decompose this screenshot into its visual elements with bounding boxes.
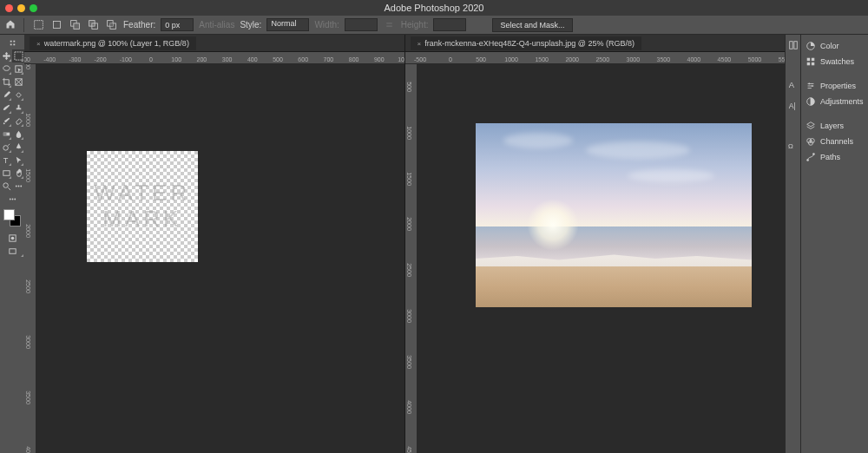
close-tab-icon[interactable]: × — [36, 40, 41, 48]
svg-rect-14 — [3, 133, 6, 136]
gradient-tool[interactable] — [0, 128, 12, 141]
svg-rect-34 — [807, 58, 810, 61]
home-icon[interactable] — [5, 19, 16, 31]
edit-toolbar[interactable] — [0, 193, 24, 206]
marquee-tool[interactable] — [12, 49, 24, 62]
add-selection-icon[interactable] — [69, 18, 82, 31]
document-area: ×watermark.png @ 100% (Layer 1, RGB/8) -… — [24, 35, 785, 453]
tools-panel: T — [0, 35, 24, 453]
svg-point-21 — [20, 186, 22, 187]
foreground-color[interactable] — [3, 209, 15, 220]
panel-properties[interactable]: Properties — [801, 78, 868, 94]
watermark-text: WATERMARK — [94, 181, 190, 232]
character-icon[interactable]: A — [788, 80, 799, 92]
svg-point-39 — [812, 85, 813, 87]
canvas[interactable]: WATERMARK — [36, 64, 404, 453]
style-select[interactable]: Normal — [266, 18, 309, 31]
zoom-tool[interactable] — [0, 180, 12, 193]
feather-input[interactable] — [161, 18, 194, 31]
app-title: Adobe Photoshop 2020 — [385, 3, 484, 13]
select-and-mask-button[interactable]: Select and Mask... — [492, 18, 572, 32]
lasso-tool[interactable] — [0, 62, 12, 76]
color-swatches[interactable] — [3, 209, 21, 226]
svg-rect-29 — [793, 42, 796, 49]
frame-tool[interactable] — [12, 76, 24, 89]
panel-paths[interactable]: Paths — [801, 149, 868, 165]
tab-bar: ×frank-mckenna-eXHeq48Z-Q4-unsplash.jpg … — [405, 35, 786, 52]
svg-rect-8 — [110, 23, 113, 26]
antialias-label: Anti-alias — [199, 20, 234, 30]
more-tools[interactable] — [12, 180, 24, 193]
eyedropper-tool[interactable] — [0, 89, 12, 102]
svg-point-23 — [11, 199, 13, 200]
svg-point-38 — [808, 83, 810, 85]
watermark-canvas: WATERMARK — [87, 151, 198, 262]
svg-point-26 — [10, 237, 14, 240]
svg-point-15 — [3, 146, 8, 151]
ruler-horizontal[interactable]: -500050010001500200025003000350040004500… — [405, 52, 786, 64]
ruler-vertical[interactable]: 50010001500200025003000350040004500 — [405, 64, 418, 453]
panel-color[interactable]: Color — [801, 38, 868, 54]
titlebar: Adobe Photoshop 2020 — [0, 0, 868, 16]
marquee-tool-icon[interactable] — [32, 18, 45, 31]
panel-channels[interactable]: Channels — [801, 134, 868, 149]
type-tool[interactable]: T — [0, 154, 12, 167]
panel-layers[interactable]: Layers — [801, 118, 868, 134]
quick-mask-icon[interactable] — [0, 232, 24, 245]
svg-rect-1 — [53, 21, 60, 28]
dodge-tool[interactable] — [0, 141, 12, 154]
width-label: Width: — [314, 20, 339, 30]
feather-label: Feather: — [123, 20, 155, 30]
svg-rect-37 — [812, 62, 814, 65]
minimize-window[interactable] — [17, 4, 25, 12]
beach-photo — [476, 123, 752, 307]
svg-point-12 — [3, 122, 4, 124]
ruler-vertical[interactable]: 5001000150020002500300035004000 — [24, 64, 36, 453]
path-select-tool[interactable] — [12, 154, 24, 167]
pen-tool[interactable] — [12, 141, 24, 154]
intersect-selection-icon[interactable] — [105, 18, 118, 31]
collapsed-panels: A A| Ω — [785, 35, 800, 453]
swap-icon — [383, 18, 396, 31]
canvas[interactable] — [418, 64, 786, 453]
rectangle-tool[interactable] — [0, 167, 12, 180]
separator — [23, 18, 24, 32]
svg-point-24 — [14, 199, 16, 200]
healing-tool[interactable] — [12, 89, 24, 102]
libraries-icon[interactable] — [788, 40, 799, 52]
screen-mode-icon[interactable] — [0, 245, 24, 258]
style-label: Style: — [240, 20, 261, 30]
svg-point-44 — [806, 159, 809, 161]
close-window[interactable] — [5, 4, 13, 12]
height-label: Height: — [401, 20, 429, 30]
ruler-horizontal[interactable]: -500-400-300-200-10001002003004005006007… — [24, 52, 404, 64]
eraser-tool[interactable] — [12, 115, 24, 128]
document-tab[interactable]: ×watermark.png @ 100% (Layer 1, RGB/8) — [30, 36, 196, 50]
height-input — [433, 18, 466, 31]
blur-tool[interactable] — [12, 128, 24, 141]
zoom-window[interactable] — [30, 4, 37, 12]
close-tab-icon[interactable]: × — [418, 40, 422, 48]
panel-swatches[interactable]: Swatches — [801, 54, 868, 69]
svg-point-45 — [812, 153, 815, 155]
svg-point-19 — [15, 186, 16, 187]
hand-tool[interactable] — [12, 167, 24, 180]
panel-adjustments[interactable]: Adjustments — [801, 94, 868, 109]
document-tab[interactable]: ×frank-mckenna-eXHeq48Z-Q4-unsplash.jpg … — [411, 36, 641, 50]
history-brush-tool[interactable] — [0, 115, 12, 128]
glyphs-icon[interactable]: Ω — [788, 141, 799, 153]
subtract-selection-icon[interactable] — [87, 18, 100, 31]
collapse-icon[interactable] — [0, 36, 24, 49]
stamp-tool[interactable] — [12, 102, 24, 115]
svg-text:T: T — [3, 156, 8, 165]
crop-tool[interactable] — [0, 76, 12, 89]
document-2: ×frank-mckenna-eXHeq48Z-Q4-unsplash.jpg … — [405, 35, 786, 453]
new-selection-icon[interactable] — [50, 18, 63, 31]
svg-rect-35 — [812, 58, 814, 61]
move-tool[interactable] — [0, 49, 12, 62]
width-input — [345, 18, 378, 31]
object-select-tool[interactable] — [12, 62, 24, 76]
brush-tool[interactable] — [0, 102, 12, 115]
paragraph-icon[interactable]: A| — [788, 101, 799, 113]
svg-rect-0 — [35, 21, 43, 30]
